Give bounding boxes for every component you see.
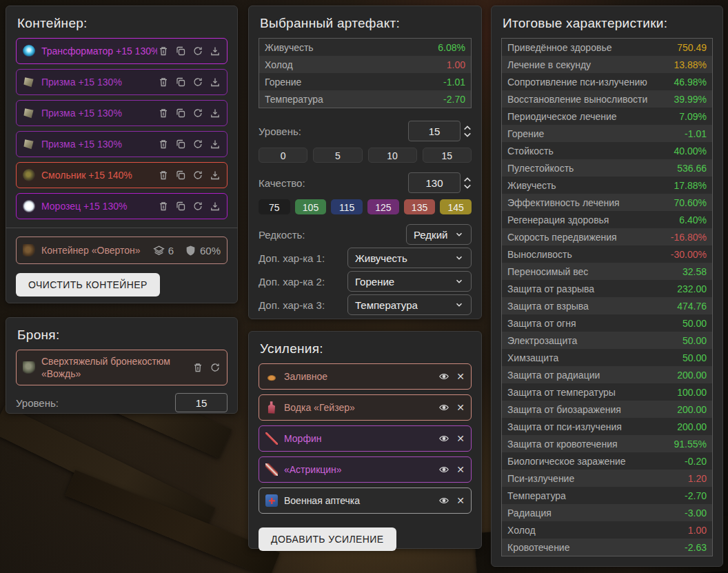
container-slots-count: 6 <box>168 245 174 257</box>
quality-input[interactable] <box>408 172 461 193</box>
boost-item[interactable]: «Астрикцин» ✕ <box>259 456 472 483</box>
save-icon[interactable] <box>209 46 221 57</box>
level-label: Уровень: <box>259 125 301 137</box>
spinner-up-icon[interactable] <box>463 177 472 182</box>
refresh-icon[interactable] <box>192 170 203 181</box>
stat-value: 17.88% <box>674 180 707 191</box>
refresh-icon[interactable] <box>192 46 203 57</box>
container-item[interactable]: Морозец +15 130% <box>16 193 228 219</box>
eye-icon[interactable] <box>438 464 449 476</box>
level-input[interactable] <box>408 121 461 141</box>
duplicate-icon[interactable] <box>174 46 186 57</box>
save-icon[interactable] <box>209 139 221 150</box>
quality-preset-button[interactable]: 125 <box>367 199 399 214</box>
clear-container-button[interactable]: ОЧИСТИТЬ КОНТЕЙНЕР <box>16 273 160 296</box>
rarity-value: Редкий <box>414 229 447 241</box>
refresh-icon[interactable] <box>192 139 203 150</box>
container-item[interactable]: Призма +15 130% <box>16 69 228 95</box>
spinner-up-icon[interactable] <box>463 125 472 130</box>
boost-item[interactable]: Заливное ✕ <box>259 363 472 390</box>
duplicate-icon[interactable] <box>174 108 186 119</box>
stat-row: Биологическое заражение -0.20 <box>502 452 712 470</box>
stat-value: -16.80% <box>671 232 707 243</box>
armor-item[interactable]: Сверхтяжелый бронекостюм «Вождь» <box>16 350 228 385</box>
stat-label: Температура <box>507 490 679 501</box>
quality-preset-button[interactable]: 105 <box>295 199 327 214</box>
close-icon[interactable]: ✕ <box>456 434 465 443</box>
spinner-down-icon[interactable] <box>463 132 472 137</box>
eye-icon[interactable] <box>438 371 449 383</box>
refresh-icon[interactable] <box>192 108 203 119</box>
quality-preset-button[interactable]: 145 <box>440 199 472 214</box>
container-item-name: Смольник +15 140% <box>41 170 157 181</box>
armor-level-input[interactable] <box>175 393 228 412</box>
close-icon[interactable]: ✕ <box>456 372 465 381</box>
stat-label: Биологическое заражение <box>507 456 679 467</box>
quality-preset-button[interactable]: 115 <box>331 199 363 214</box>
delete-icon[interactable] <box>157 139 169 150</box>
delete-icon[interactable] <box>157 46 169 57</box>
quality-preset-button[interactable]: 75 <box>259 199 290 214</box>
refresh-icon[interactable] <box>192 77 203 88</box>
level-preset-button[interactable]: 5 <box>313 148 362 163</box>
duplicate-icon[interactable] <box>174 170 186 181</box>
delete-icon[interactable] <box>192 362 203 374</box>
extra-stat-select[interactable]: Температура <box>347 294 472 315</box>
refresh-icon[interactable] <box>209 362 221 374</box>
stat-value: 7.09% <box>679 111 707 122</box>
delete-icon[interactable] <box>157 77 169 88</box>
container-item[interactable]: Смольник +15 140% <box>16 162 228 188</box>
container-item[interactable]: Призма +15 130% <box>16 100 228 126</box>
container-summary[interactable]: Контейнер «Овертон» 6 60% <box>16 237 228 264</box>
boost-item[interactable]: Военная аптечка ✕ <box>259 487 472 514</box>
save-icon[interactable] <box>209 201 221 212</box>
container-item[interactable]: Трансформатор +15 130% <box>16 38 228 64</box>
delete-icon[interactable] <box>157 170 169 181</box>
duplicate-icon[interactable] <box>174 139 186 150</box>
boost-item-name: Морфин <box>284 433 438 444</box>
stat-value: 50.00 <box>682 352 707 363</box>
delete-icon[interactable] <box>157 201 169 212</box>
syringe-icon <box>265 432 278 445</box>
stat-row: Холод 1.00 <box>502 521 712 539</box>
refresh-icon[interactable] <box>192 201 203 212</box>
rarity-select[interactable]: Редкий <box>406 224 472 245</box>
spinner-down-icon[interactable] <box>463 184 472 189</box>
close-icon[interactable]: ✕ <box>456 496 465 505</box>
stat-label: Защита от разрыва <box>507 283 671 294</box>
stat-row: Регенерация здоровья 6.40% <box>502 211 712 228</box>
stat-value: 232.00 <box>677 283 707 294</box>
container-item[interactable]: Призма +15 130% <box>16 131 228 157</box>
boost-item[interactable]: Водка «Гейзер» ✕ <box>259 394 472 421</box>
eye-icon[interactable] <box>438 433 449 445</box>
delete-icon[interactable] <box>157 108 169 119</box>
container-item-name: Призма +15 130% <box>41 108 157 119</box>
stat-label: Сопротивление пси-излучению <box>507 77 669 88</box>
save-icon[interactable] <box>209 108 221 119</box>
level-preset-button[interactable]: 10 <box>368 148 417 163</box>
extra-stat-select[interactable]: Горение <box>347 271 472 292</box>
save-icon[interactable] <box>209 170 221 181</box>
stat-label: Приведённое здоровье <box>507 42 671 53</box>
boost-item[interactable]: Морфин ✕ <box>259 425 472 452</box>
eye-icon[interactable] <box>438 402 449 414</box>
stat-value: -1.01 <box>443 77 465 88</box>
stat-row: Защита от пси-излучения 200.00 <box>502 418 712 435</box>
level-preset-button[interactable]: 0 <box>259 148 307 163</box>
stat-row: Выносливость -30.00% <box>502 245 712 263</box>
duplicate-icon[interactable] <box>174 77 186 88</box>
extra-stat-select[interactable]: Живучесть <box>347 248 472 268</box>
close-icon[interactable]: ✕ <box>456 465 465 474</box>
level-preset-button[interactable]: 15 <box>423 148 472 163</box>
save-icon[interactable] <box>209 77 221 88</box>
close-icon[interactable]: ✕ <box>456 403 465 412</box>
duplicate-icon[interactable] <box>174 201 186 212</box>
add-boost-button[interactable]: ДОБАВИТЬ УСИЛЕНИЕ <box>259 527 396 551</box>
stat-row: Пси-излучение 1.20 <box>502 470 712 487</box>
stat-label: Холод <box>265 59 441 70</box>
eye-icon[interactable] <box>438 495 449 507</box>
stat-row: Кровотечение -2.63 <box>502 539 712 556</box>
extra-stat-label: Доп. хар-ка 3: <box>259 299 325 311</box>
artifact-panel-title: Выбранный артефакт: <box>259 6 472 31</box>
quality-preset-button[interactable]: 135 <box>404 199 436 214</box>
